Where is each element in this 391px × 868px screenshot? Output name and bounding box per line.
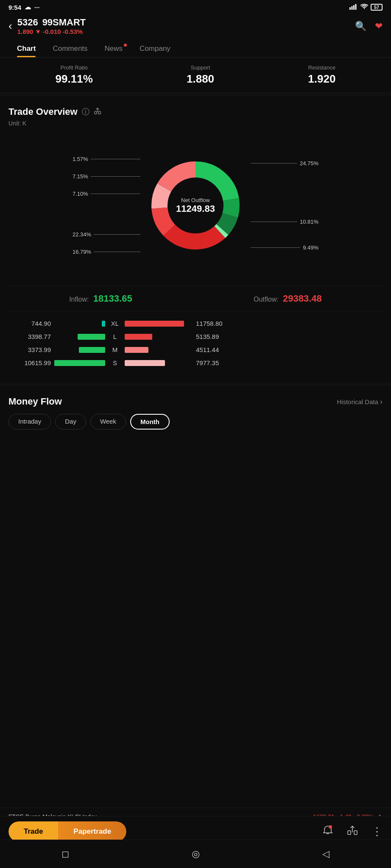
search-icon[interactable]: 🔍 <box>355 21 366 32</box>
cat-s-left-value: 10615.99 <box>8 359 51 366</box>
status-bar: 9:54 ☁ ··· 57 <box>0 0 391 14</box>
category-row-l: 3398.77 L 5135.89 <box>8 333 383 340</box>
cat-m-right-value: 4511.44 <box>196 346 234 353</box>
section-divider-2 <box>0 383 391 386</box>
status-right: 57 <box>349 4 383 11</box>
cat-s-right-bar <box>125 360 165 366</box>
money-flow-title: Money Flow <box>8 396 62 407</box>
unit-label: Unit: K <box>8 120 383 127</box>
share-action-icon[interactable] <box>347 825 358 838</box>
stat-profit-ratio: Profit Ratio 99.11% <box>56 64 93 86</box>
cat-s-right-value: 7977.35 <box>196 359 234 366</box>
action-icons: ⋮ <box>322 825 383 838</box>
tab-company[interactable]: Company <box>131 40 179 57</box>
info-icon[interactable]: ⓘ <box>82 107 89 117</box>
svg-rect-0 <box>349 7 351 10</box>
historical-data-link[interactable]: Historical Data › <box>337 397 383 406</box>
cat-xl-label: XL <box>109 320 121 327</box>
cat-l-right-bar-wrap <box>125 334 193 340</box>
stock-info: 5326 99SMART 1.890 ▼ -0.010 -0.53% <box>17 17 86 35</box>
cat-s-left-bar-wrap <box>54 360 105 366</box>
period-tab-intraday[interactable]: Intraday <box>8 414 51 430</box>
cat-m-right-bar <box>125 347 148 353</box>
category-row-xl: 744.90 XL 11758.80 <box>8 320 383 327</box>
category-bars: 744.90 XL 11758.80 3398.77 L 5135.89 337 <box>8 320 383 366</box>
stat-resistance: Resistance 1.920 <box>308 64 335 86</box>
period-tab-day[interactable]: Day <box>55 414 86 430</box>
category-row-m: 3373.99 M 4511.44 <box>8 346 383 353</box>
outflow-label: Outflow: <box>254 296 279 303</box>
svg-point-14 <box>168 178 223 233</box>
share-icon[interactable] <box>94 107 101 117</box>
svg-rect-4 <box>95 111 97 114</box>
news-notification-dot <box>124 44 127 47</box>
time-display: 9:54 <box>8 4 21 11</box>
flow-summary: Inflow: 18133.65 Outflow: 29383.48 <box>8 286 383 311</box>
cat-xl-left-value: 744.90 <box>8 320 51 327</box>
cat-m-left-bar-wrap <box>54 347 105 353</box>
price-change-value: -0.010 <box>43 28 61 35</box>
trade-overview-header: Trade Overview ⓘ <box>8 106 383 117</box>
nav-home-button[interactable]: ◎ <box>183 845 208 863</box>
nav-bar: ◻ ◎ ◁ <box>0 840 391 868</box>
cat-s-left-bar <box>54 360 105 366</box>
bottom-spacer <box>0 436 391 521</box>
wifi-icon <box>360 4 368 11</box>
cat-m-label: M <box>109 346 121 353</box>
stock-price: 1.890 <box>17 28 34 35</box>
tab-news[interactable]: News <box>96 40 131 57</box>
trade-overview-title: Trade Overview <box>8 106 78 117</box>
cat-m-left-bar <box>79 347 105 353</box>
donut-chart-wrapper: 1.57% 7.15% 7.10% 22.34% 16.79% <box>73 133 318 277</box>
pct-label-157: 1.57% <box>73 156 140 162</box>
cat-l-left-bar <box>78 334 105 340</box>
inflow-label: Inflow: <box>69 296 89 303</box>
stats-row: Profit Ratio 99.11% Support 1.880 Resist… <box>0 58 391 93</box>
back-button[interactable]: ‹ <box>8 19 12 33</box>
cat-s-label: S <box>109 359 121 366</box>
svg-rect-3 <box>355 4 357 10</box>
inflow-value: 18133.65 <box>93 293 132 304</box>
cat-xl-right-value: 11758.80 <box>196 320 234 327</box>
donut-svg <box>145 155 246 256</box>
papertrade-button[interactable]: Papertrade <box>58 821 126 842</box>
nav-back-button[interactable]: ◁ <box>314 845 338 863</box>
svg-rect-1 <box>352 6 353 10</box>
svg-rect-16 <box>348 831 351 835</box>
period-tab-month[interactable]: Month <box>130 414 170 430</box>
cat-xl-left-bar-wrap <box>54 321 105 327</box>
category-row-s: 10615.99 S 7977.35 <box>8 359 383 366</box>
cloud-icon: ☁ <box>25 3 31 11</box>
cat-xl-right-bar <box>125 321 184 327</box>
favorite-icon[interactable]: ❤ <box>375 21 383 32</box>
cat-xl-left-bar <box>102 321 105 327</box>
tab-chart[interactable]: Chart <box>8 40 44 57</box>
pct-label-2234: 22.34% <box>73 231 140 238</box>
status-left: 9:54 ☁ ··· <box>8 3 40 11</box>
tab-comments[interactable]: Comments <box>44 40 96 57</box>
nav-square-button[interactable]: ◻ <box>53 845 78 863</box>
trade-button[interactable]: Trade <box>8 821 58 842</box>
section-divider <box>0 93 391 96</box>
battery-level: 57 <box>374 5 379 10</box>
header: ‹ 5326 99SMART 1.890 ▼ -0.010 -0.53% 🔍 ❤ <box>0 14 391 40</box>
svg-rect-2 <box>353 5 355 10</box>
alert-icon[interactable] <box>322 825 333 838</box>
more-options-icon[interactable]: ⋮ <box>371 825 383 838</box>
cat-l-left-bar-wrap <box>54 334 105 340</box>
header-icons: 🔍 ❤ <box>355 21 383 32</box>
cat-s-right-bar-wrap <box>125 360 193 366</box>
cat-l-right-value: 5135.89 <box>196 333 234 340</box>
more-indicator: ··· <box>34 4 40 11</box>
cat-l-left-value: 3398.77 <box>8 333 51 340</box>
period-tab-week[interactable]: Week <box>90 414 126 430</box>
outflow-value: 29383.48 <box>283 293 322 304</box>
price-change-pct: -0.53% <box>63 28 83 35</box>
pct-label-1081: 10.81% <box>251 219 318 225</box>
donut-right-labels: 24.75% 10.81% 9.49% <box>251 133 318 277</box>
donut-inner: Net Outflow 11249.83 <box>145 155 246 256</box>
battery-icon: 57 <box>371 4 383 11</box>
stock-name: 99SMART <box>42 17 86 28</box>
donut-chart-area: Net Outflow 11249.83 <box>136 142 255 269</box>
signal-icon <box>349 4 358 11</box>
